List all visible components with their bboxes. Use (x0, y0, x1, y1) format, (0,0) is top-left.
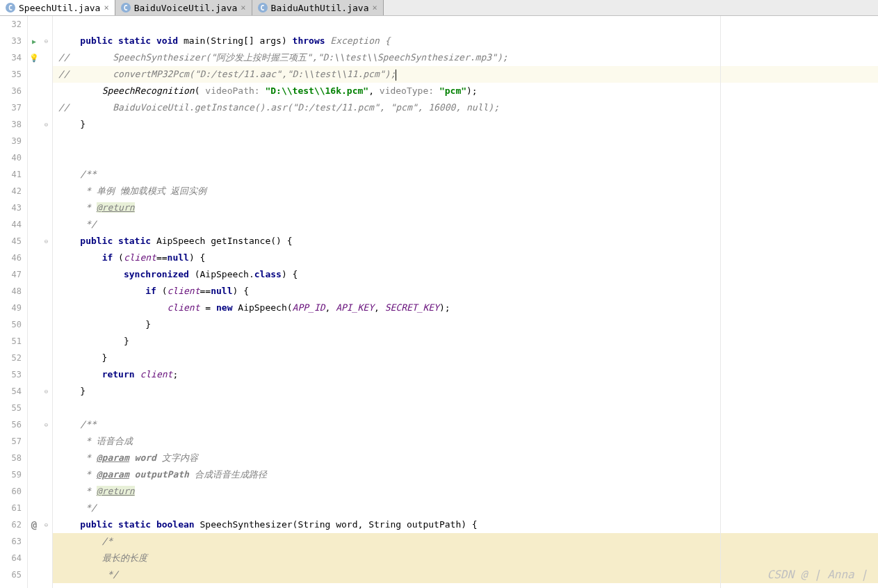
code-line: 最长的长度 (53, 550, 878, 566)
code-line: */ (53, 500, 878, 516)
java-class-icon: C (6, 3, 15, 13)
code-line: /** (53, 416, 878, 433)
code-line: */ (53, 566, 878, 583)
code-line: public static void main(String[] args) t… (53, 33, 878, 49)
code-line: } (53, 350, 878, 366)
code-line: if (client==null) { (53, 250, 878, 266)
editor-tabs: C SpeechUtil.java × C BaiduVoiceUtil.jav… (0, 0, 878, 16)
code-line: * 单例 懒加载模式 返回实例 (53, 183, 878, 199)
code-area[interactable]: public static void main(String[] args) t… (53, 16, 878, 588)
code-line (53, 400, 878, 416)
bulb-icon[interactable]: 💡 (29, 54, 39, 63)
code-line: SpeechRecognition( videoPath: "D:\\test\… (53, 83, 878, 99)
tab-label: SpeechUtil.java (19, 3, 100, 13)
right-margin (720, 16, 721, 588)
tab-label: BaiduVoiceUtil.java (134, 3, 238, 13)
code-line: // convertMP32Pcm("D:/test/11.aac","D:\\… (53, 66, 878, 83)
tab-speechutil[interactable]: C SpeechUtil.java × (0, 0, 115, 15)
code-line: * @return (53, 483, 878, 500)
code-line: if (client==null) { (53, 283, 878, 300)
code-line: // SpeechSynthesizer("阿沙发上按时握三项五","D:\\t… (53, 49, 878, 66)
code-line: public static boolean SpeechSynthesizer(… (53, 516, 878, 533)
code-line: /* (53, 533, 878, 550)
code-line (53, 149, 878, 166)
fold-gutter: ⊖⊖⊖⊖⊖⊖ (40, 16, 53, 588)
code-line: /** (53, 166, 878, 183)
code-line (53, 16, 878, 33)
code-line: } (53, 383, 878, 400)
close-icon[interactable]: × (372, 3, 377, 13)
tab-label: BaiduAuthUtil.java (271, 3, 369, 13)
code-line: return client; (53, 366, 878, 383)
code-line: * 语音合成 (53, 433, 878, 450)
java-class-icon: C (258, 3, 268, 13)
java-class-icon: C (121, 3, 131, 13)
code-line: public static AipSpeech getInstance() { (53, 233, 878, 250)
run-icon[interactable]: ▶ (32, 38, 36, 45)
code-line: } (53, 333, 878, 350)
code-line: */ (53, 216, 878, 233)
code-line: synchronized (AipSpeech.class) { (53, 266, 878, 283)
marks-gutter: ▶💡@ (28, 16, 40, 588)
code-line: * @param word 文字内容 (53, 450, 878, 466)
code-line: } (53, 116, 878, 133)
watermark: CSDN @ | Anna | (767, 568, 868, 581)
code-line: * @return (53, 199, 878, 216)
tab-baiduvoiceutil[interactable]: C BaiduVoiceUtil.java × (115, 0, 252, 15)
code-line: * @param outputPath 合成语音生成路径 (53, 466, 878, 483)
editor-area: 3233343536373839404142434445464748495051… (0, 16, 878, 588)
close-icon[interactable]: × (104, 3, 108, 13)
code-line (53, 133, 878, 149)
line-gutter: 3233343536373839404142434445464748495051… (0, 16, 28, 588)
close-icon[interactable]: × (241, 3, 245, 13)
override-icon[interactable]: @ (31, 519, 37, 530)
code-line: } (53, 316, 878, 333)
code-line: client = new AipSpeech(APP_ID, API_KEY, … (53, 300, 878, 316)
code-line: // BaiduVoiceUtil.getInstance().asr("D:/… (53, 99, 878, 116)
tab-baiduauthutil[interactable]: C BaiduAuthUtil.java × (252, 0, 384, 15)
